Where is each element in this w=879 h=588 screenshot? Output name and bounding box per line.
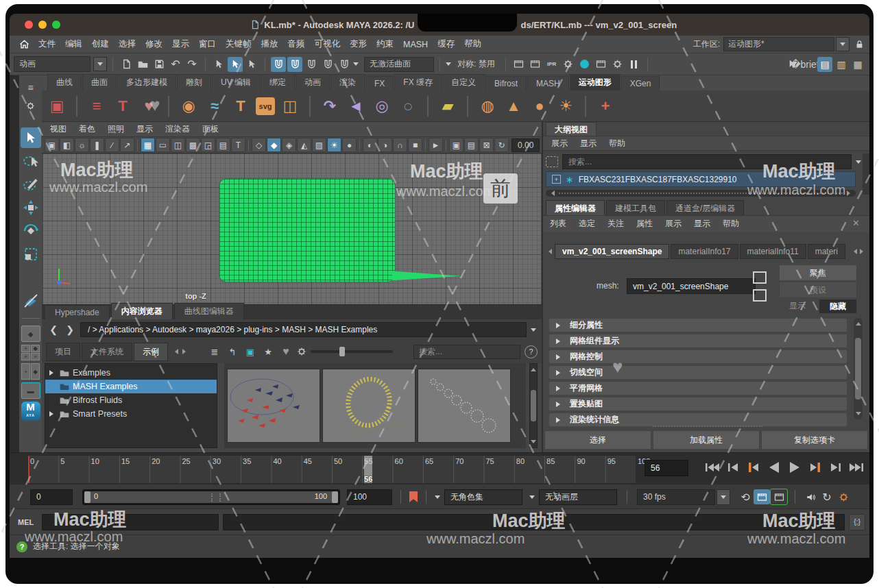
open-scene-icon[interactable] [135, 57, 150, 72]
sections-scrollbar[interactable] [854, 318, 863, 419]
attribute-editor-menu-item[interactable]: 属性 [636, 218, 653, 230]
panel-menu-item[interactable]: 面板 [202, 123, 219, 135]
attribute-editor-menu-item[interactable]: 列表 [550, 218, 566, 230]
subtab-scroll-left-icon[interactable] [172, 349, 178, 354]
home-icon[interactable] [19, 39, 29, 49]
forward-chevron-icon[interactable]: ❯ [64, 323, 76, 336]
current-tool-icon[interactable] [21, 291, 41, 311]
attribute-section-header[interactable]: 网格控制 [549, 350, 847, 364]
scene-mode-dropdown[interactable] [93, 57, 107, 71]
menu-item[interactable]: 选择 [114, 38, 141, 50]
shelf-tab-menu-icon[interactable]: ≡ [27, 82, 33, 93]
menu-item[interactable]: 可视化 [310, 38, 346, 50]
mel-label[interactable]: MEL [14, 518, 38, 526]
fps-select[interactable]: 30 fps [637, 489, 715, 505]
output-connection-icon[interactable] [753, 289, 767, 302]
snap-curve-icon[interactable] [287, 57, 302, 72]
menu-item[interactable]: 约束 [372, 38, 398, 50]
step-forward-key-button[interactable] [806, 458, 823, 476]
channel-box-toggle-icon[interactable]: ▦ [850, 57, 865, 72]
auto-key-icon[interactable]: ↻ [819, 489, 835, 504]
node-tab[interactable]: materi [808, 244, 845, 259]
attribute-section-header[interactable]: 细分属性 [549, 318, 847, 332]
bookmark-icon[interactable]: ❚ [90, 138, 104, 152]
lock-icon[interactable] [855, 40, 864, 49]
playblast-icon[interactable] [754, 489, 770, 504]
shelf-tab[interactable]: 绑定 [261, 74, 295, 90]
filter-icon[interactable] [546, 156, 558, 167]
paste-view-icon[interactable]: ▤ [464, 138, 479, 152]
checker-icon[interactable]: ▨ [312, 138, 326, 152]
menu-item[interactable]: 窗口 [194, 38, 221, 50]
thumbnail-size-slider[interactable] [311, 350, 393, 353]
shelf-tab[interactable]: UV 编辑 [212, 74, 260, 90]
help-icon[interactable]: ? [525, 345, 538, 358]
mesh-name-field[interactable]: vm_v2_001_screenShape [627, 278, 756, 294]
shelf-tab[interactable]: FX [365, 76, 394, 90]
expand-plus-icon[interactable]: + [552, 175, 561, 184]
focus-button[interactable]: 聚焦 [779, 265, 857, 281]
attribute-section-header[interactable]: 网格组件显示 [549, 334, 847, 348]
redo-icon[interactable]: ↷ [184, 57, 200, 72]
dark-box-icon[interactable]: ■ [408, 138, 422, 152]
sweep-mesh-icon[interactable]: ◄ [345, 95, 367, 117]
isolate-select-icon[interactable]: ► [429, 138, 443, 152]
subtab-scroll-right-icon[interactable] [182, 349, 189, 354]
anim-layer-field[interactable]: 无动画层 [539, 489, 617, 505]
flag-grid-icon[interactable]: ▰ [437, 95, 459, 117]
footer-button[interactable]: 加载属性 [653, 430, 760, 450]
outliner-tab[interactable]: 大纲视图 [546, 122, 597, 137]
shelf-tab[interactable]: Bifrost [485, 76, 527, 90]
hide-button[interactable]: 隐藏 [819, 299, 857, 314]
pose-editor-icon[interactable]: �briefly [801, 57, 816, 72]
textured-icon[interactable]: ◈ [282, 138, 296, 152]
zoom-button[interactable] [52, 21, 60, 29]
curve-node-icon[interactable]: ≈ [204, 95, 226, 117]
panel-menu-item[interactable]: 视图 [50, 123, 67, 135]
attribute-editor-menu-item[interactable]: 帮助 [723, 218, 739, 230]
favorite-star-icon[interactable]: ★ [261, 345, 275, 358]
lasso-tool-icon[interactable] [21, 151, 41, 171]
dashed-circle-icon[interactable]: ◌ [397, 95, 419, 117]
plus-tool-icon[interactable]: + [594, 95, 616, 117]
timeline-ruler[interactable]: 56 0510152025303540455055606570758085909… [27, 455, 636, 484]
menu-item[interactable]: 帮助 [459, 38, 486, 50]
content-browser-subtab[interactable]: 项目 [46, 343, 80, 361]
viewport-canvas[interactable]: top -Z [43, 154, 541, 304]
resize-dots[interactable] [653, 426, 762, 427]
svg-tool-icon[interactable]: svg [256, 97, 275, 115]
green-mesh-object[interactable] [219, 179, 395, 282]
shelf-tab[interactable]: 多边形建模 [117, 74, 176, 90]
shelf-tab[interactable]: 雕刻 [177, 74, 211, 90]
expand-caret-icon[interactable] [49, 411, 56, 417]
camera-lock-icon[interactable]: ▣ [45, 138, 59, 152]
layout-four-pane-button[interactable]: +◆++ [21, 345, 40, 360]
layout-two-pane-button[interactable]: +◆ [21, 363, 40, 380]
shelf-editor-gear-icon[interactable] [26, 101, 35, 110]
animation-start-field[interactable]: 0 [30, 489, 73, 505]
outliner-horizontal-scrollbar[interactable] [546, 190, 856, 197]
character-set-field[interactable]: 无角色集 [444, 489, 522, 505]
wireframe-icon[interactable]: ◇ [252, 138, 266, 152]
outliner-vertical-scrollbar[interactable] [863, 154, 869, 195]
tab-next-icon[interactable] [860, 249, 866, 254]
step-forward-frame-button[interactable] [827, 458, 844, 476]
menu-item[interactable]: 关键帧 [221, 38, 256, 50]
content-search-input[interactable]: 搜索... [413, 345, 520, 359]
attribute-editor-menu-item[interactable]: 展示 [665, 218, 682, 230]
menu-item[interactable]: 文件 [34, 38, 60, 50]
editor-pane-tab[interactable]: Hypershade [45, 305, 110, 319]
scale-tool-icon[interactable] [21, 244, 41, 265]
thumbnail-scrollbar[interactable] [529, 363, 538, 448]
editor-pane-tab[interactable]: 内容浏览器 [111, 303, 173, 319]
range-slider[interactable]: 0 100 [82, 489, 340, 505]
close-button[interactable] [25, 21, 33, 29]
attribute-editor-toggle-icon[interactable]: ▤ [817, 57, 832, 72]
ball-sweep-icon[interactable]: ● [529, 95, 551, 117]
node-tabs-scroll-left-icon[interactable] [546, 249, 552, 254]
shelf-tab[interactable]: 曲面 [82, 74, 117, 90]
type-text-icon[interactable]: T [230, 95, 252, 117]
mash-network-icon[interactable]: ▣ [46, 95, 68, 117]
shelf-tab[interactable]: MASH [527, 76, 569, 90]
example-thumbnail-flocking[interactable] [227, 369, 320, 443]
